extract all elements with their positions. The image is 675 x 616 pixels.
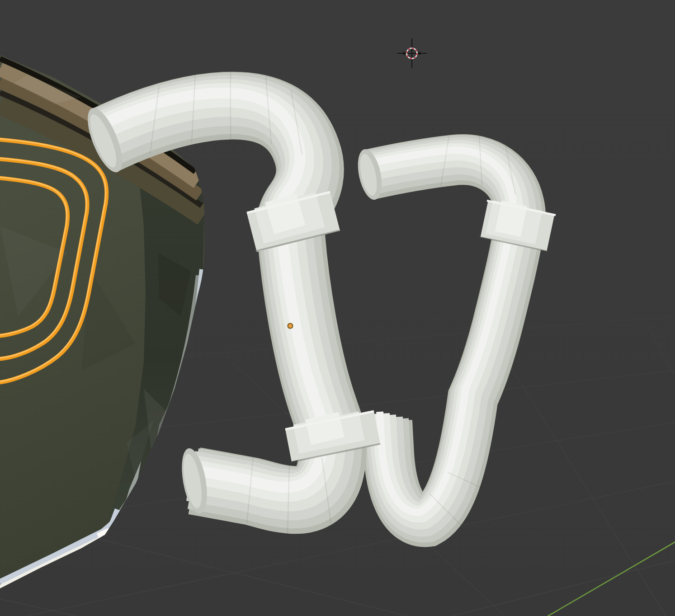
- blender-3d-viewport[interactable]: [0, 0, 675, 616]
- coupling-band: [508, 203, 515, 234]
- object-origin-point[interactable]: [288, 324, 293, 329]
- coupling-band: [322, 416, 328, 441]
